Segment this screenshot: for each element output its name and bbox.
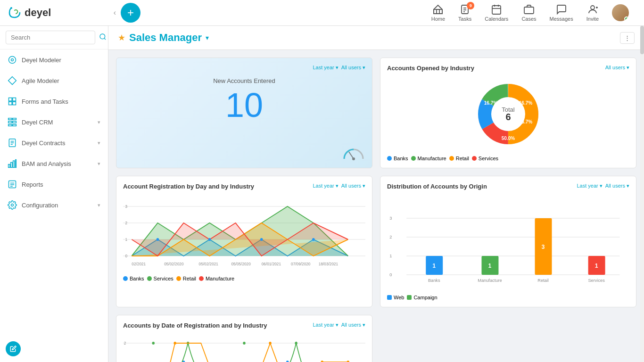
- top-nav-left: deyel ‹: [8, 6, 116, 20]
- nav-tasks[interactable]: 9 Tasks: [458, 4, 471, 22]
- svg-rect-30: [16, 160, 17, 168]
- account-reg-filter2[interactable]: All users ▾: [341, 183, 365, 189]
- page-title-dropdown[interactable]: ▾: [206, 34, 209, 41]
- svg-rect-10: [524, 7, 534, 14]
- svg-rect-6: [492, 6, 501, 14]
- svg-text:05/02/2021: 05/02/2021: [199, 262, 218, 266]
- contracts-chevron: ▾: [98, 140, 100, 146]
- account-reg-day-title: Account Registration by Day and by Indus…: [123, 183, 254, 190]
- svg-rect-21: [9, 102, 12, 105]
- calendar-icon: [491, 4, 502, 15]
- svg-text:05/05/2020: 05/05/2020: [231, 262, 250, 266]
- more-options-button[interactable]: ⋮: [620, 32, 635, 44]
- nav-cases[interactable]: Cases: [521, 4, 536, 22]
- accounts-date-industry-filters: Last year ▾ All users ▾: [313, 322, 365, 328]
- sidebar-item-deyel-modeler[interactable]: Deyel Modeler: [0, 49, 108, 70]
- sidebar-item-configuration[interactable]: Configuration ▾: [0, 195, 108, 215]
- svg-text:1: 1: [432, 263, 436, 269]
- legend2-banks-dot: [123, 276, 128, 281]
- dist-filter1[interactable]: Last year ▾: [577, 183, 602, 189]
- legend3-web-dot: [387, 295, 392, 300]
- account-reg-filter1[interactable]: Last year ▾: [313, 183, 338, 189]
- svg-text:02/2021: 02/2021: [132, 262, 146, 266]
- search-container: [0, 26, 108, 49]
- scrollbar-thumb[interactable]: [640, 26, 644, 54]
- svg-point-60: [312, 238, 315, 241]
- collapse-sidebar-button[interactable]: ‹: [114, 8, 116, 17]
- nav-messages[interactable]: Messages: [550, 4, 573, 22]
- search-icon: [99, 33, 107, 41]
- sidebar-item-forms-tasks[interactable]: Forms and Tasks: [0, 91, 108, 112]
- sidebar-item-deyel-contracts[interactable]: Deyel Contracts ▾: [0, 132, 108, 153]
- svg-point-105: [173, 342, 176, 345]
- edit-icon: [10, 346, 17, 352]
- widget-accounts-date-industry: Accounts by Date of Registration and by …: [116, 315, 372, 362]
- sidebar-item-agile-modeler[interactable]: Agile Modeler: [0, 70, 108, 91]
- avatar[interactable]: [612, 4, 629, 21]
- logo-icon: [8, 6, 22, 20]
- configuration-icon: [8, 200, 17, 210]
- svg-point-17: [11, 59, 14, 61]
- accounts-industry-filter[interactable]: All users ▾: [605, 65, 629, 71]
- nav-invite[interactable]: Invite: [586, 4, 599, 22]
- accounts-date-filter2[interactable]: All users ▾: [341, 322, 365, 328]
- svg-rect-1: [434, 9, 442, 14]
- svg-point-59: [260, 238, 263, 241]
- search-button[interactable]: [99, 33, 107, 42]
- svg-text:Retail: Retail: [537, 278, 549, 283]
- sidebar-item-bam-analysis[interactable]: BAM and Analysis ▾: [0, 153, 108, 174]
- line-chart-2: 0 0,67 1,33 2: [123, 334, 365, 362]
- svg-point-57: [157, 238, 159, 241]
- legend-retail-dot: [449, 156, 454, 161]
- new-accounts-label: New Accounts Entered: [123, 77, 365, 84]
- svg-text:3: 3: [389, 216, 392, 221]
- distribution-origin-legend: Web Campaign: [387, 295, 629, 300]
- add-icon[interactable]: +: [121, 3, 140, 23]
- svg-text:1: 1: [488, 263, 492, 269]
- widget-distribution-origin: Distribution of Accounts by Origin Last …: [380, 176, 636, 307]
- add-button[interactable]: +: [121, 3, 140, 23]
- svg-text:1: 1: [595, 263, 598, 269]
- content-header: ★ Sales Manager ▾ ⋮: [108, 26, 644, 50]
- favorite-star-icon[interactable]: ★: [118, 33, 125, 43]
- legend-banks-dot: [387, 156, 392, 161]
- top-nav: deyel ‹ + Home 9 Tasks: [0, 0, 644, 26]
- svg-point-0: [10, 7, 12, 9]
- svg-rect-20: [13, 98, 16, 101]
- svg-text:05/02/2020: 05/02/2020: [164, 262, 183, 266]
- svg-point-58: [208, 238, 211, 241]
- legend-services-dot: [472, 156, 477, 161]
- legend-manufacture-dot: [411, 156, 416, 161]
- accounts-date-filter1[interactable]: Last year ▾: [313, 322, 338, 328]
- svg-text:07/09/2020: 07/09/2020: [291, 262, 310, 266]
- new-accounts-filter-year[interactable]: Last year ▾: [313, 65, 338, 71]
- svg-point-35: [11, 204, 14, 206]
- nav-home[interactable]: Home: [431, 4, 445, 22]
- edit-button[interactable]: [6, 341, 21, 356]
- svg-line-37: [349, 152, 354, 159]
- sidebar-item-reports[interactable]: Reports: [0, 174, 108, 195]
- deyel-crm-icon: [8, 117, 17, 127]
- account-reg-day-filters: Last year ▾ All users ▾: [313, 183, 365, 189]
- area-chart-1: 0 1 2 3: [123, 195, 365, 270]
- svg-text:16.7%: 16.7%: [519, 119, 532, 124]
- svg-point-106: [269, 342, 272, 345]
- new-accounts-filter-users[interactable]: All users ▾: [341, 65, 365, 71]
- sidebar-item-deyel-crm[interactable]: Deyel CRM ▾: [0, 112, 108, 132]
- search-input[interactable]: [6, 31, 95, 44]
- svg-marker-18: [8, 77, 17, 85]
- svg-rect-22: [13, 102, 16, 105]
- config-chevron: ▾: [98, 202, 100, 208]
- svg-point-11: [591, 6, 594, 9]
- deyel-contracts-icon: [8, 138, 17, 148]
- account-reg-day-header: Account Registration by Day and by Indus…: [123, 183, 365, 190]
- svg-rect-29: [13, 161, 15, 167]
- svg-text:2: 2: [124, 341, 126, 346]
- logo-text: deyel: [25, 7, 51, 19]
- bam-analysis-icon: [8, 159, 17, 168]
- dist-filter2[interactable]: All users ▾: [605, 183, 629, 189]
- widget-accounts-by-industry: Accounts Opened by Industry All users ▾: [380, 58, 636, 168]
- nav-calendars[interactable]: Calendars: [485, 4, 508, 22]
- svg-point-104: [295, 342, 297, 345]
- svg-text:3: 3: [542, 244, 545, 250]
